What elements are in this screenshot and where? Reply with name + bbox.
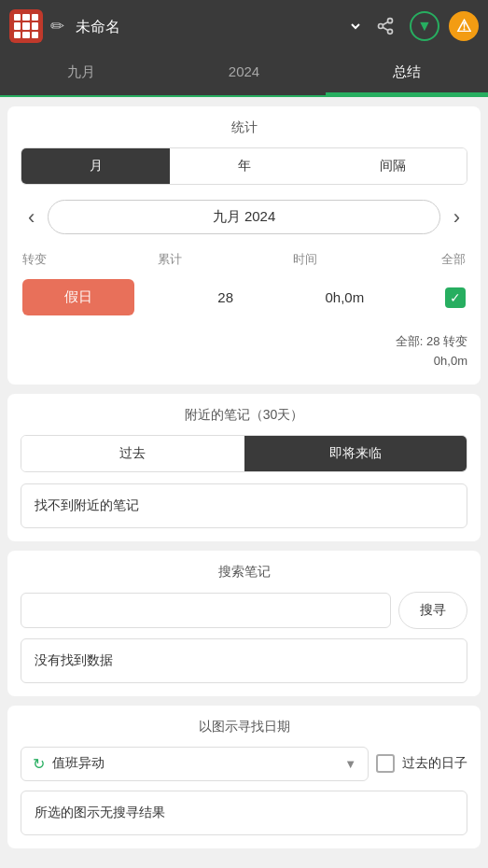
icon-select-dropdown[interactable]: ↻ 值班异动 ▼: [21, 747, 369, 781]
month-display: 九月 2024: [48, 200, 439, 234]
toggle-interval[interactable]: 间隔: [318, 148, 467, 184]
search-row: 搜寻: [21, 592, 467, 629]
prev-month-button[interactable]: ‹: [21, 202, 42, 233]
stats-section: 统计 月 年 间隔 ‹ 九月 2024 › 转变 累计 时间 全部 假日 28 …: [7, 106, 481, 385]
icon-select-label: 值班异动: [52, 755, 344, 772]
chevron-down-icon: ▼: [344, 757, 356, 771]
col-cumulative: 累计: [158, 251, 182, 268]
svg-point-1: [379, 24, 383, 29]
tab-summary[interactable]: 总结: [326, 52, 488, 95]
toggle-past[interactable]: 过去: [21, 436, 244, 471]
notes-title: 附近的笔记（30天）: [21, 407, 467, 424]
refresh-icon: ↻: [33, 755, 45, 773]
stats-table: 转变 累计 时间 全部 假日 28 0h,0m ✓ 全部: 28 转变 0h,0…: [21, 251, 467, 371]
search-result: 没有找到数据: [21, 638, 467, 683]
svg-point-0: [388, 19, 393, 23]
stats-title: 统计: [21, 119, 467, 136]
search-input[interactable]: [21, 593, 391, 628]
document-title-select[interactable]: 未命名: [72, 18, 363, 35]
svg-point-2: [388, 29, 393, 34]
next-month-button[interactable]: ›: [446, 202, 467, 233]
header-actions: ▼ ⚠: [370, 11, 479, 41]
summary-line2: 0h,0m: [21, 352, 467, 371]
shift-count: 28: [207, 289, 244, 305]
icon-search-result: 所选的图示无搜寻结果: [21, 791, 467, 835]
col-all: 全部: [428, 251, 466, 268]
stats-period-toggle: 月 年 间隔: [21, 147, 467, 185]
dropdown-icon[interactable]: ▼: [410, 11, 439, 41]
tab-september[interactable]: 九月: [0, 52, 162, 95]
icon-search-title: 以图示寻找日期: [21, 719, 467, 735]
month-navigator: ‹ 九月 2024 ›: [21, 200, 467, 234]
app-header: ✏ 未命名 ▼ ⚠: [0, 0, 488, 52]
stats-summary: 全部: 28 转变 0h,0m: [21, 332, 467, 371]
notes-empty-message: 找不到附近的笔记: [21, 483, 467, 528]
shift-badge: 假日: [22, 279, 134, 315]
search-section: 搜索笔记 搜寻 没有找到数据: [7, 551, 481, 696]
stats-data-row: 假日 28 0h,0m ✓: [21, 275, 467, 319]
summary-line1: 全部: 28 转变: [21, 332, 467, 352]
icon-search-controls: ↻ 值班异动 ▼ 过去的日子: [21, 747, 467, 781]
toggle-upcoming[interactable]: 即将来临: [244, 436, 467, 471]
tab-year[interactable]: 2024: [162, 52, 325, 95]
svg-line-3: [383, 27, 388, 30]
col-shift: 转变: [22, 251, 47, 268]
warning-icon[interactable]: ⚠: [449, 11, 479, 41]
past-days-filter: 过去的日子: [376, 754, 467, 773]
app-logo[interactable]: [9, 9, 43, 43]
notes-period-toggle: 过去 即将来临: [21, 435, 467, 472]
col-time: 时间: [293, 251, 317, 268]
past-days-label: 过去的日子: [402, 755, 467, 772]
toggle-year[interactable]: 年: [170, 148, 318, 184]
past-days-checkbox[interactable]: [376, 754, 395, 773]
edit-icon[interactable]: ✏: [50, 16, 64, 36]
stats-table-header: 转变 累计 时间 全部: [21, 251, 467, 268]
share-icon[interactable]: [370, 11, 400, 41]
notes-section: 附近的笔记（30天） 过去 即将来临 找不到附近的笔记: [7, 394, 481, 541]
search-button[interactable]: 搜寻: [398, 592, 467, 629]
icon-search-section: 以图示寻找日期 ↻ 值班异动 ▼ 过去的日子 所选的图示无搜寻结果: [7, 706, 481, 848]
main-content: 统计 月 年 间隔 ‹ 九月 2024 › 转变 累计 时间 全部 假日 28 …: [0, 106, 488, 848]
toggle-month[interactable]: 月: [21, 148, 170, 184]
main-tabs: 九月 2024 总结: [0, 52, 488, 97]
search-title: 搜索笔记: [21, 564, 467, 581]
svg-line-4: [383, 21, 388, 24]
shift-time: 0h,0m: [316, 289, 372, 305]
shift-checkbox[interactable]: ✓: [445, 287, 466, 308]
